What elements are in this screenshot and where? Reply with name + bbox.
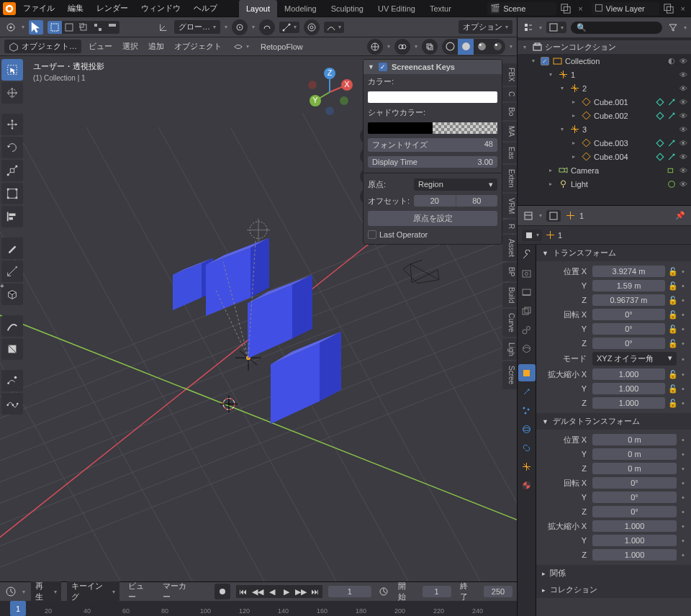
lock-icon[interactable]: 🔓 [668, 339, 678, 348]
workspace-texture[interactable]: Textur [423, 0, 459, 17]
props-crumb-icon[interactable] [546, 210, 561, 222]
dloc-x-field[interactable]: 0 m [592, 434, 677, 445]
ntab-3[interactable]: MA [502, 122, 517, 141]
menu-object[interactable]: オブジェクト [171, 41, 225, 52]
tool-annotate[interactable] [1, 237, 23, 259]
proportional-falloff-dropdown[interactable]: ▾ [324, 22, 344, 33]
frame-range-icon[interactable] [377, 585, 389, 598]
tool-scale[interactable] [1, 160, 23, 181]
viewlayer-close-icon[interactable]: × [678, 4, 688, 13]
scale-z-field[interactable]: 1.000 [592, 397, 665, 409]
ntab-13[interactable]: Scree [502, 361, 517, 389]
section-delta[interactable]: ▼デルタトランスフォーム [536, 413, 691, 430]
playback-dropdown[interactable]: 再生▾ [31, 579, 60, 604]
nav-gizmo[interactable]: X Y Z [301, 63, 358, 121]
ntab-5[interactable]: Exten [502, 165, 517, 192]
ntab-6[interactable]: VRM [502, 194, 517, 218]
scale-y-field[interactable]: 1.000 [592, 383, 665, 394]
outliner-editor-icon[interactable] [522, 21, 535, 34]
ntab-7[interactable]: R [502, 219, 517, 233]
new-scene-icon[interactable] [559, 2, 572, 15]
origin-dropdown[interactable]: Region▾ [414, 178, 497, 191]
visible-icon[interactable]: 👁 [678, 180, 688, 189]
current-frame-field[interactable]: 1 [328, 586, 371, 597]
tool-misc2[interactable] [1, 338, 23, 360]
tool-select-box[interactable] [1, 59, 23, 81]
ptab-object[interactable] [518, 364, 536, 381]
scene-name-input[interactable] [503, 4, 554, 13]
transform-glow-dropdown[interactable]: グロー…▾ [174, 20, 220, 34]
lock-icon[interactable]: 🔓 [668, 267, 678, 276]
ptab-material[interactable] [518, 476, 536, 494]
pin-icon[interactable]: 📌 [674, 209, 687, 222]
play-icon[interactable]: ▶ [279, 585, 294, 598]
orientation-chevron-icon[interactable]: ▾ [225, 24, 227, 30]
visible-icon[interactable]: 👁 [678, 84, 688, 93]
scale-x-field[interactable]: 1.000 [592, 368, 665, 380]
ntab-12[interactable]: Ligh [502, 338, 517, 361]
display-time-field[interactable]: Display Time3.00 [368, 156, 497, 168]
select-misc2-icon[interactable] [105, 21, 119, 34]
viewlayer-selector[interactable] [592, 2, 659, 15]
tree-scene-collection[interactable]: ▾ シーンコレクション [518, 40, 691, 54]
pivot-icon[interactable] [232, 19, 248, 35]
tool-rotate[interactable] [1, 137, 23, 158]
prev-key-icon[interactable]: ◀◀ [250, 585, 265, 598]
tool-misc1[interactable] [1, 315, 23, 337]
jump-start-icon[interactable]: ⏮ [236, 585, 250, 598]
outliner-search[interactable]: 🔍 [571, 22, 662, 34]
snap-target-dropdown[interactable]: ▾ [279, 22, 299, 33]
tri-icon[interactable]: ▾ [558, 126, 566, 132]
tl-view-menu[interactable]: ビュー [125, 581, 154, 602]
keyframe-dot-icon[interactable]: • [679, 355, 687, 363]
timeline-editor-icon[interactable] [4, 585, 17, 598]
shadow-swatch[interactable] [368, 122, 497, 134]
menu-render[interactable]: レンダー [91, 1, 134, 15]
tool-measure[interactable] [1, 261, 23, 282]
set-origin-button[interactable]: 原点を設定 [368, 211, 497, 226]
scene-close-icon[interactable]: × [575, 4, 585, 13]
keyframe-dot-icon[interactable]: • [679, 370, 687, 379]
lock-icon[interactable]: 🔓 [668, 399, 678, 408]
tri-icon[interactable]: ▸ [569, 99, 578, 105]
filter-chev-icon[interactable]: ▾ [684, 24, 687, 31]
lock-icon[interactable]: 🔓 [668, 370, 678, 379]
lock-icon[interactable]: 🔓 [668, 325, 678, 334]
tool-misc4[interactable] [1, 393, 23, 415]
visible-icon[interactable]: 👁 [678, 166, 688, 175]
outliner-tree[interactable]: ▾ シーンコレクション ▾ ✓ Collection ◐👁 [518, 37, 691, 205]
keyframe-dot-icon[interactable]: • [679, 435, 687, 444]
timeline-track[interactable]: 1 20 40 60 80 100 120 140 160 180 200 22… [0, 601, 517, 616]
lock-icon[interactable]: 🔓 [668, 310, 678, 320]
ptab-particle[interactable] [518, 402, 536, 419]
tree-cube003[interactable]: ▸ Cube.003 👁 [518, 136, 691, 150]
tree-cube004[interactable]: ▸ Cube.004 👁 [518, 150, 691, 163]
ptab-output[interactable] [518, 284, 536, 301]
ntab-0[interactable]: FBX [502, 63, 517, 86]
visible-icon[interactable]: 👁 [678, 71, 688, 79]
loc-z-field[interactable]: 0.96737 m [592, 294, 665, 306]
mode-dropdown[interactable]: オブジェクト… [4, 40, 81, 53]
screencast-enable-checkbox[interactable]: ✓ [379, 63, 387, 71]
dloc-z-field[interactable]: 0 m [592, 463, 677, 474]
tree-empty-1[interactable]: ▾ 1 👁 [518, 68, 691, 81]
shade-matprev-icon[interactable] [474, 39, 489, 55]
cursor-tool-icon[interactable] [29, 20, 43, 35]
keyframe-dot-icon[interactable]: • [679, 399, 687, 408]
tl-editor-chev-icon[interactable]: ▾ [22, 589, 25, 595]
keyframe-dot-icon[interactable]: • [679, 310, 687, 320]
shade-solid-icon[interactable] [458, 39, 474, 55]
tree-cube001[interactable]: ▸ Cube.001 👁 [518, 95, 691, 109]
ntab-10[interactable]: Build [502, 283, 517, 307]
filter-icon[interactable] [667, 21, 679, 34]
ptab-world[interactable] [518, 340, 536, 357]
ntab-2[interactable]: Bo [502, 103, 517, 120]
retopoflow-dropdown[interactable]: ▾ [229, 40, 253, 53]
ptab-data[interactable] [518, 458, 536, 475]
tl-marker-menu[interactable]: マーカー [160, 581, 197, 602]
menu-view[interactable]: ビュー [86, 41, 115, 52]
workspace-sculpting[interactable]: Sculpting [324, 0, 371, 17]
drot-x-field[interactable]: 0° [592, 477, 677, 489]
3d-viewport[interactable]: + ユーザー・透視投影 (1) Collection | 1 X Y [0, 56, 517, 581]
keyframe-dot-icon[interactable]: • [679, 507, 687, 516]
